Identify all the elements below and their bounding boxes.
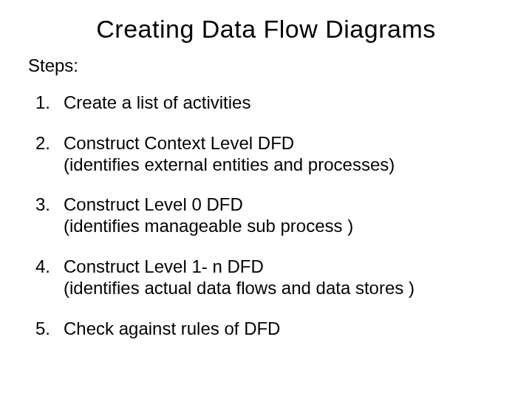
list-item: 5. Check against rules of DFD — [35, 318, 510, 340]
step-number: 3. — [35, 194, 64, 216]
step-description: (identifies actual data flows and data s… — [64, 278, 510, 299]
steps-list: 1. Create a list of activities 2. Constr… — [22, 92, 510, 339]
step-text: Construct Context Level DFD — [64, 133, 294, 153]
step-description: (identifies manageable sub process ) — [64, 216, 510, 237]
slide-subtitle: Steps: — [28, 55, 510, 76]
step-text: Create a list of activities — [64, 92, 250, 112]
list-item: 3. Construct Level 0 DFD (identifies man… — [35, 194, 510, 237]
step-number: 1. — [35, 92, 64, 114]
list-item: 1. Create a list of activities — [35, 92, 510, 114]
step-description: (identifies external entities and proces… — [64, 154, 510, 176]
step-text: Construct Level 1- n DFD — [64, 256, 264, 276]
list-item: 4. Construct Level 1- n DFD (identifies … — [35, 256, 510, 299]
step-text: Construct Level 0 DFD — [64, 194, 243, 214]
slide-title: Creating Data Flow Diagrams — [22, 15, 510, 44]
step-text: Check against rules of DFD — [64, 318, 280, 338]
step-number: 2. — [35, 133, 64, 154]
step-number: 5. — [35, 318, 64, 340]
step-number: 4. — [35, 256, 64, 278]
list-item: 2. Construct Context Level DFD (identifi… — [35, 133, 510, 176]
